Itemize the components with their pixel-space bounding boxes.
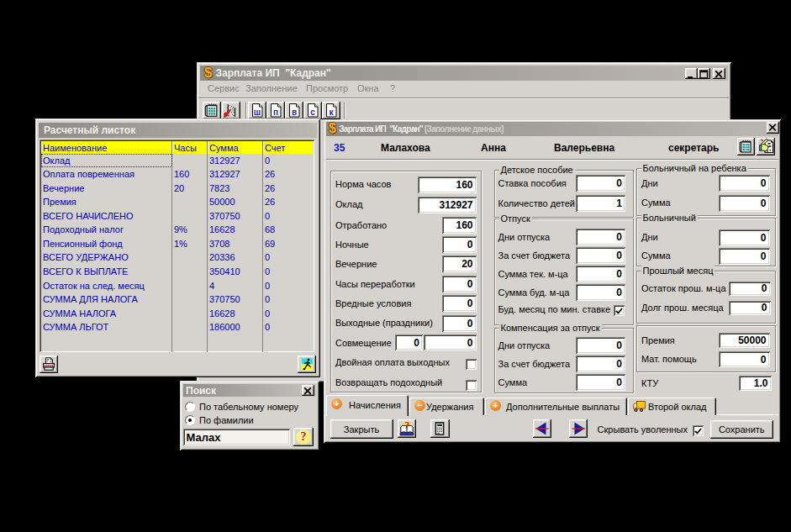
- svg-text:?: ?: [404, 419, 409, 431]
- svg-text:в: в: [292, 108, 297, 117]
- svg-text:п: п: [273, 108, 278, 117]
- svg-text:с: с: [310, 108, 315, 117]
- svg-text:ш: ш: [254, 108, 261, 117]
